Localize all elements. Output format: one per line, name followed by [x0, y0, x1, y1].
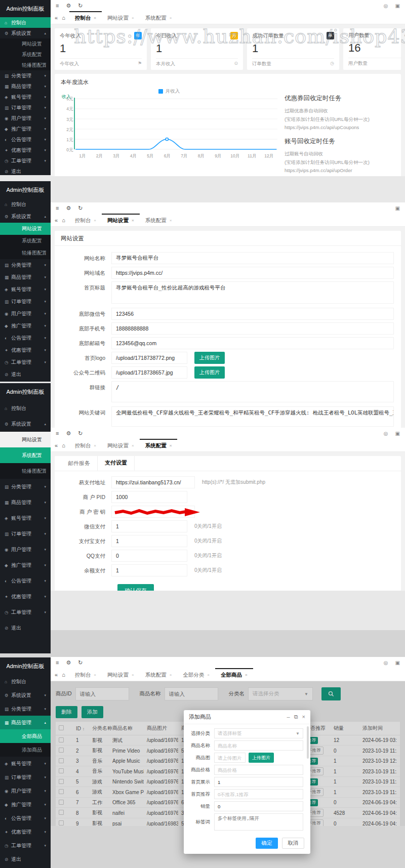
tab-close-icon[interactable]: ×: [132, 218, 134, 223]
sidebar-item[interactable]: 轮播图配置: [0, 247, 51, 259]
sidebar-item[interactable]: ⚙ 系统设置 ▴: [0, 211, 51, 223]
sidebar-item[interactable]: ⊘ 退出: [0, 620, 51, 636]
fullscreen-icon[interactable]: ▣: [395, 660, 400, 666]
gear-icon[interactable]: ⚙: [66, 430, 71, 437]
tab-close-icon[interactable]: ×: [207, 673, 210, 677]
menu-icon[interactable]: ≡: [56, 3, 59, 9]
site-domain-input[interactable]: [111, 267, 394, 279]
sidebar-item[interactable]: ◷ 工单管理 ▾: [0, 155, 51, 166]
merchant-key-input[interactable]: [111, 506, 195, 518]
sidebar-item[interactable]: ◷ 工单管理 ▾: [0, 604, 51, 620]
sidebar-item[interactable]: ◐ 公告管理 ▾: [0, 811, 51, 825]
gear-icon[interactable]: ⚙: [66, 659, 71, 666]
sidebar-item[interactable]: 全部商品: [0, 729, 51, 743]
tab[interactable]: 控制台 ×: [69, 439, 102, 452]
sidebar-item[interactable]: ▦ 商品管理 ▾: [0, 494, 51, 510]
sidebar-item[interactable]: ◉ 用户管理 ▾: [0, 308, 51, 320]
upload-logo-button[interactable]: 上传图片: [194, 352, 225, 364]
epay-url-input[interactable]: [111, 476, 195, 488]
qq-pay-input[interactable]: [111, 550, 187, 562]
menu-icon[interactable]: ≡: [56, 430, 59, 436]
sidebar-item[interactable]: ◆ 推广管理 ▾: [0, 557, 51, 573]
sidebar-item[interactable]: ▦ 商品管理 ▴: [0, 716, 51, 729]
wechat-pay-input[interactable]: [111, 520, 187, 532]
sidebar-item[interactable]: 轮播图配置: [0, 463, 51, 479]
sidebar-item[interactable]: ▥ 订单管理 ▾: [0, 526, 51, 542]
refresh-icon[interactable]: ↻: [78, 205, 83, 212]
message-icon[interactable]: ◎: [384, 431, 388, 436]
minimize-icon[interactable]: –: [287, 714, 290, 720]
tab[interactable]: 网站设置 ×: [102, 11, 140, 24]
sidebar-item[interactable]: ⌂ 控制台: [0, 675, 51, 688]
sidebar-item[interactable]: ◐ 公告管理 ▾: [0, 332, 51, 344]
sidebar-item[interactable]: 添加商品: [0, 743, 51, 757]
tab[interactable]: 网站设置 ×: [102, 668, 140, 681]
sidebar-item[interactable]: ⊘ 退出: [0, 166, 51, 175]
sidebar-item[interactable]: ◐ 公告管理 ▾: [0, 134, 51, 145]
sidebar-item[interactable]: 系统配置: [0, 447, 51, 463]
tab[interactable]: 全部分类 ×: [177, 668, 215, 681]
tab[interactable]: 全部商品 ×: [215, 668, 253, 681]
modal-home-show-input[interactable]: [214, 777, 303, 787]
tab-close-icon[interactable]: ×: [94, 16, 96, 20]
home-tab-icon[interactable]: ⌂: [62, 15, 65, 21]
tab[interactable]: 系统配置 ×: [140, 11, 178, 24]
sidebar-item[interactable]: ◷ 工单管理 ▾: [0, 839, 51, 852]
tab[interactable]: 控制台 ×: [69, 11, 102, 24]
task-url[interactable]: https://jvips.p4m.cc/api/upCoupons: [285, 123, 395, 132]
sidebar-item[interactable]: ⚙ 系统设置 ▴: [0, 28, 51, 38]
tab[interactable]: 系统配置 ×: [140, 439, 178, 452]
chart-legend[interactable]: 月收入: [61, 88, 277, 95]
tab-close-icon[interactable]: ×: [94, 443, 96, 448]
gear-icon[interactable]: ⚙: [66, 205, 71, 212]
refresh-icon[interactable]: ↻: [78, 659, 83, 666]
sidebar-item[interactable]: ▤ 分类管理 ▾: [0, 70, 51, 81]
modal-tags-textarea[interactable]: [214, 813, 303, 831]
sidebar-item[interactable]: 网站设置: [0, 223, 51, 235]
sidebar-item[interactable]: ◷ 工单管理 ▾: [0, 356, 51, 368]
balance-pay-input[interactable]: [111, 564, 187, 576]
modal-image-input[interactable]: [214, 753, 246, 763]
tab[interactable]: 网站设置 ×: [102, 214, 140, 227]
refresh-icon[interactable]: ↻: [78, 3, 83, 9]
qrcode-path-input[interactable]: [111, 366, 187, 379]
sidebar-item[interactable]: ◈ 账号管理 ▾: [0, 92, 51, 102]
sidebar-item[interactable]: ▤ 分类管理 ▾: [0, 702, 51, 716]
sidebar-item[interactable]: ⊘ 退出: [0, 368, 51, 381]
sidebar-item[interactable]: ▥ 订单管理 ▾: [0, 102, 51, 113]
merchant-pid-input[interactable]: [111, 491, 187, 503]
sidebar-item[interactable]: 系统配置: [0, 235, 51, 247]
save-button[interactable]: 确认保存: [117, 584, 154, 591]
modal-price-input[interactable]: [214, 765, 303, 775]
tab-close-icon[interactable]: ×: [170, 673, 172, 677]
sidebar-item[interactable]: ◈ 账号管理 ▾: [0, 757, 51, 770]
config-tab[interactable]: 支付设置: [97, 456, 135, 471]
message-icon[interactable]: ◎: [384, 3, 388, 9]
menu-icon[interactable]: ≡: [56, 659, 59, 666]
modal-scrollbar[interactable]: [307, 726, 309, 759]
maximize-icon[interactable]: ⧉: [294, 714, 298, 720]
collapse-tabs-icon[interactable]: «: [55, 442, 58, 448]
cancel-button[interactable]: 取消: [282, 838, 304, 849]
sidebar-item[interactable]: ✦ 优惠管理 ▾: [0, 344, 51, 356]
tab-close-icon[interactable]: ×: [170, 443, 172, 448]
home-title-textarea[interactable]: 寻梦账号合租平台_性价比超高的游戏租号平台: [111, 281, 394, 304]
sidebar-item[interactable]: ◉ 用户管理 ▾: [0, 542, 51, 557]
task-url[interactable]: https://jvips.p4m.cc/api/upOrder: [285, 167, 395, 175]
sidebar-item[interactable]: 系统配置: [0, 49, 51, 60]
sidebar-item[interactable]: ✦ 优惠管理 ▾: [0, 825, 51, 839]
sidebar-item[interactable]: ▤ 分类管理 ▾: [0, 479, 51, 494]
collapse-tabs-icon[interactable]: «: [55, 217, 58, 223]
sidebar-item[interactable]: ▦ 商品管理 ▾: [0, 271, 51, 283]
sidebar-item[interactable]: ⚙ 系统设置 ▾: [0, 688, 51, 702]
sidebar-item[interactable]: 轮播图配置: [0, 60, 51, 70]
tab-close-icon[interactable]: ×: [170, 16, 172, 20]
sidebar-item[interactable]: ⌂ 控制台: [0, 17, 51, 28]
tab-close-icon[interactable]: ×: [245, 673, 248, 677]
alipay-input[interactable]: [111, 535, 187, 547]
tab-close-icon[interactable]: ×: [132, 443, 134, 448]
sidebar-item[interactable]: 网站设置: [0, 38, 51, 49]
fullscreen-icon[interactable]: ▣: [395, 3, 400, 9]
sidebar-item[interactable]: ▥ 订单管理 ▾: [0, 296, 51, 308]
home-tab-icon[interactable]: ⌂: [62, 672, 65, 678]
